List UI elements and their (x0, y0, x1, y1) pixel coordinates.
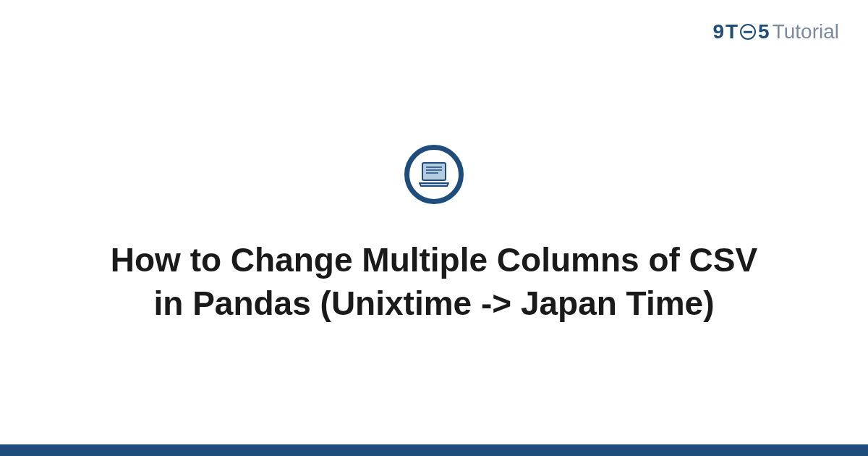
laptop-icon (404, 145, 464, 204)
page-title: How to Change Multiple Columns of CSV in… (72, 239, 796, 326)
logo-five: 5 (758, 20, 770, 43)
logo-tutorial: Tutorial (773, 20, 839, 43)
brand-logo: 9 T 5 Tutorial (712, 20, 839, 43)
svg-rect-0 (422, 163, 446, 180)
logo-t: T (726, 20, 738, 43)
main-content: How to Change Multiple Columns of CSV in… (0, 0, 868, 456)
laptop-svg-icon (418, 161, 450, 187)
bottom-accent-bar (0, 444, 868, 456)
clock-icon (740, 24, 756, 40)
logo-nine: 9 (712, 20, 724, 43)
